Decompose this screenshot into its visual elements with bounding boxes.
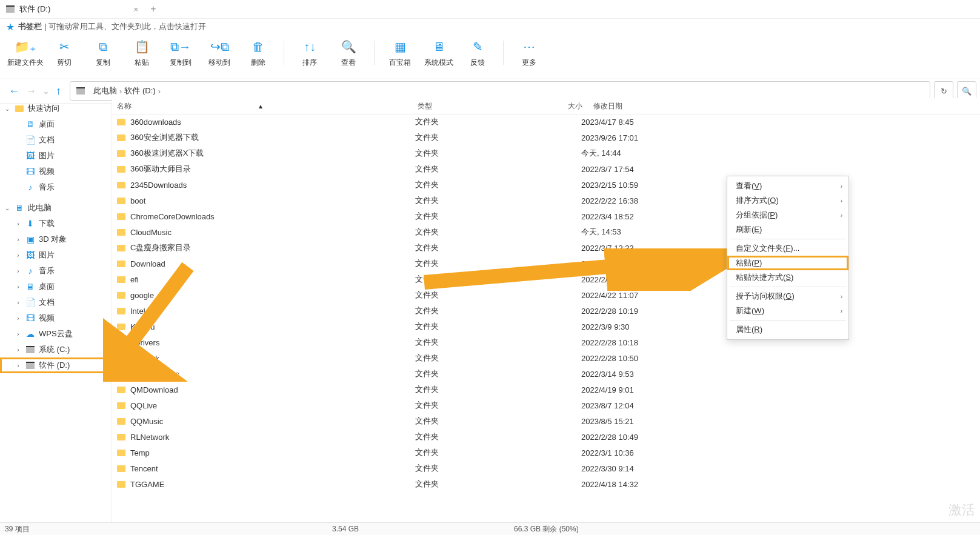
file-type: 文件夹	[415, 416, 519, 427]
sidebar-item-音乐[interactable]: ♪音乐	[0, 179, 112, 195]
file-row[interactable]: 2345Downloads文件夹2023/2/15 10:59	[112, 177, 980, 193]
file-row[interactable]: Program Files文件夹2022/3/14 9:53	[112, 366, 980, 382]
file-row[interactable]: 360安全浏览器下载文件夹2023/9/26 17:01	[112, 130, 980, 145]
file-name: C盘瘦身搬家目录	[130, 242, 415, 253]
more-button[interactable]: ⋯更多	[510, 38, 548, 72]
tab-active[interactable]: 软件 (D:) ×	[0, 0, 144, 18]
file-row[interactable]: 360驱动大师目录文件夹2022/3/7 17:54	[112, 161, 980, 177]
file-row[interactable]: QQLive文件夹2023/8/7 12:04	[112, 397, 980, 413]
file-row[interactable]: QMDownload文件夹2022/4/19 9:01	[112, 382, 980, 397]
folder-icon	[117, 245, 125, 251]
chevron-right-icon[interactable]: ›	[15, 268, 22, 274]
menu-item[interactable]: 授予访问权限(G)›	[727, 289, 848, 304]
chevron-down-icon[interactable]: ⌄	[4, 105, 11, 112]
sidebar-item-图片[interactable]: ›🖼图片	[0, 247, 112, 263]
sidebar-item-文档[interactable]: ›📄文档	[0, 294, 112, 310]
chevron-right-icon[interactable]: ›	[15, 236, 22, 243]
toolbox-button[interactable]: ▦百宝箱	[381, 38, 419, 72]
nav-up-icon[interactable]: ↑	[56, 85, 61, 98]
nav-history-icon[interactable]: ⌄	[42, 86, 50, 96]
tab-close-icon[interactable]: ×	[133, 5, 138, 14]
menu-item[interactable]: 粘贴快捷方式(S)	[727, 270, 848, 285]
sidebar-item-视频[interactable]: 🎞视频	[0, 164, 112, 179]
file-row[interactable]: Download文件夹2022/3/11 14:44	[112, 256, 980, 271]
paste-button[interactable]: 📋粘贴	[122, 38, 161, 72]
new-folder-button[interactable]: 📁₊新建文件夹	[6, 38, 45, 72]
file-row[interactable]: C盘瘦身搬家目录文件夹2022/3/7 12:33	[112, 240, 980, 256]
chevron-right-icon[interactable]: ›	[15, 331, 22, 337]
menu-separator	[730, 320, 846, 321]
chevron-right-icon[interactable]: ›	[15, 315, 22, 322]
menu-item[interactable]: 分组依据(P)›	[727, 208, 848, 222]
file-row[interactable]: efi文件夹2022/2/22 10:40	[112, 271, 980, 287]
menu-item[interactable]: 刷新(E)	[727, 222, 848, 237]
tree-group[interactable]: ⌄快速访问	[0, 101, 112, 116]
chevron-right-icon[interactable]: ›	[15, 299, 22, 306]
col-name[interactable]: 名称▴	[112, 101, 413, 111]
menu-item[interactable]: 新建(W)›	[727, 304, 848, 318]
sidebar-item-系统 (C:)[interactable]: ›系统 (C:)	[0, 342, 112, 357]
chevron-down-icon[interactable]: ⌄	[4, 205, 11, 211]
col-size[interactable]: 大小	[522, 101, 588, 111]
menu-item[interactable]: 属性(R)	[727, 322, 848, 337]
menu-item[interactable]: 粘贴(P)	[727, 256, 848, 270]
sidebar-item-WPS云盘[interactable]: ›☁WPS云盘	[0, 326, 112, 342]
file-row[interactable]: TGGAME文件夹2022/4/18 14:32	[112, 476, 980, 492]
file-date: 2023/8/7 12:04	[581, 401, 678, 410]
menu-item[interactable]: 查看(V)›	[727, 179, 848, 193]
col-date[interactable]: 修改日期	[588, 101, 666, 111]
copy-button[interactable]: ⧉复制	[84, 38, 122, 72]
file-row[interactable]: google文件夹2022/4/22 11:07	[112, 287, 980, 303]
sidebar-item-文档[interactable]: 📄文档	[0, 132, 112, 148]
chevron-right-icon[interactable]: ›	[15, 362, 22, 369]
menu-item[interactable]: 自定义文件夹(F)...	[727, 241, 848, 256]
new-tab-button[interactable]: +	[144, 4, 162, 15]
breadcrumb-root[interactable]: 此电脑	[93, 85, 117, 96]
sort-button[interactable]: ↑↓排序	[290, 38, 329, 72]
sidebar-item-视频[interactable]: ›🎞视频	[0, 310, 112, 326]
file-list[interactable]: 360downloads文件夹2023/4/17 8:45360安全浏览器下载文…	[112, 114, 980, 523]
file-row[interactable]: LDrivers文件夹2022/2/28 10:18	[112, 334, 980, 350]
col-type[interactable]: 类型	[413, 101, 522, 111]
file-row[interactable]: Intel文件夹2022/2/28 10:19	[112, 303, 980, 319]
sidebar-item-音乐[interactable]: ›♪音乐	[0, 263, 112, 279]
file-row[interactable]: QQMusic文件夹2023/8/5 15:21	[112, 413, 980, 429]
copyto-button[interactable]: ⧉→复制到	[161, 38, 200, 72]
moveto-button[interactable]: ↪⧉移动到	[200, 38, 239, 72]
tree-label: 此电脑	[28, 202, 52, 213]
breadcrumb-current[interactable]: 软件 (D:)	[124, 85, 155, 96]
chevron-right-icon[interactable]: ›	[15, 221, 22, 227]
file-row[interactable]: CloudMusic文件夹今天, 14:53	[112, 224, 980, 240]
sidebar-item-软件 (D:)[interactable]: ›软件 (D:)	[0, 357, 112, 373]
file-row[interactable]: boot文件夹2022/2/22 16:38	[112, 193, 980, 208]
view-button[interactable]: 🔍查看	[329, 38, 368, 72]
sysmode-button[interactable]: 🖥系统模式	[419, 38, 458, 72]
cut-button[interactable]: ✂剪切	[45, 38, 84, 72]
menu-item[interactable]: 排序方式(O)›	[727, 193, 848, 208]
file-row[interactable]: Temp文件夹2022/3/1 10:36	[112, 445, 980, 460]
nav-forward-icon[interactable]: →	[25, 85, 36, 98]
chevron-right-icon[interactable]: ›	[15, 347, 22, 353]
chevron-right-icon[interactable]: ›	[15, 284, 22, 290]
chevron-right-icon: ›	[841, 308, 842, 314]
sidebar-item-3D 对象[interactable]: ›▣3D 对象	[0, 231, 112, 247]
file-row[interactable]: 360极速浏览器X下载文件夹今天, 14:44	[112, 145, 980, 161]
tree-group[interactable]: ⌄🖥此电脑	[0, 200, 112, 216]
file-date: 今天, 14:44	[581, 148, 678, 159]
file-row[interactable]: 360downloads文件夹2023/4/17 8:45	[112, 114, 980, 130]
file-row[interactable]: Network文件夹2022/2/28 10:50	[112, 350, 980, 366]
nav-back-icon[interactable]: ←	[8, 85, 19, 98]
sidebar-item-桌面[interactable]: 🖥桌面	[0, 116, 112, 132]
file-row[interactable]: KuGou文件夹2022/3/9 9:30	[112, 319, 980, 334]
folder-icon	[117, 213, 125, 220]
sidebar-item-图片[interactable]: 🖼图片	[0, 148, 112, 164]
sidebar-item-下载[interactable]: ›⬇下载	[0, 216, 112, 231]
chevron-right-icon[interactable]: ›	[15, 252, 22, 259]
delete-button[interactable]: 🗑删除	[239, 38, 278, 72]
file-row[interactable]: RLNetwork文件夹2022/2/28 10:49	[112, 429, 980, 445]
sidebar-item-桌面[interactable]: ›🖥桌面	[0, 279, 112, 294]
file-row[interactable]: ChromeCoreDownloads文件夹2022/3/4 18:52	[112, 208, 980, 224]
file-row[interactable]: Tencent文件夹2022/3/30 9:14	[112, 460, 980, 476]
feedback-button[interactable]: ✎反馈	[458, 38, 497, 72]
folder-icon	[117, 276, 125, 283]
